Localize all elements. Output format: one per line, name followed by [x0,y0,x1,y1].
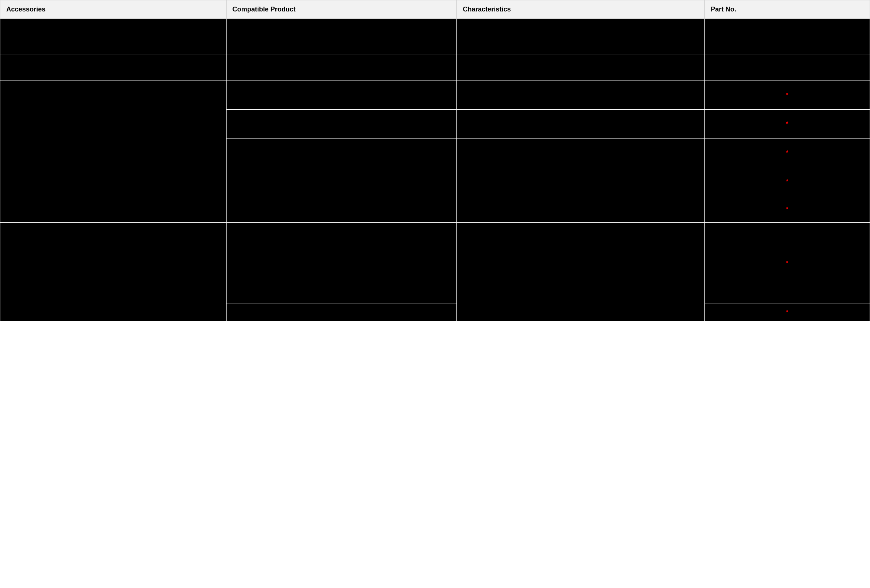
cell-characteristics [457,138,705,167]
header-compatible: Compatible Product [226,0,457,19]
cell-characteristics [457,55,705,81]
cell-compatible [226,81,457,110]
cell-accessories [0,19,226,55]
cell-compatible [226,110,457,138]
cell-characteristics [457,196,705,223]
cell-accessories [0,55,226,81]
cell-partno: * [705,81,870,110]
cell-partno: * [705,167,870,196]
cell-compatible [226,304,457,321]
cell-characteristics [457,81,705,110]
asterisk-icon: * [786,309,788,315]
cell-partno: * [705,304,870,321]
header-characteristics: Characteristics [457,0,705,19]
table-row [0,55,870,81]
cell-compatible [226,19,457,55]
cell-partno: * [705,196,870,223]
asterisk-icon: * [786,150,788,156]
asterisk-icon: * [786,121,788,127]
cell-characteristics [457,19,705,55]
header-row: Accessories Compatible Product Character… [0,0,870,19]
cell-characteristics [457,223,705,321]
table-row: * [0,196,870,223]
cell-compatible [226,138,457,196]
table-row: * [0,81,870,110]
cell-partno [705,55,870,81]
cell-accessories [0,196,226,223]
asterisk-icon: * [786,178,788,185]
table-body: * * * * * * [0,19,870,321]
cell-partno: * [705,110,870,138]
asterisk-icon: * [786,206,788,212]
table-row: * [0,223,870,304]
cell-accessories [0,81,226,196]
cell-characteristics [457,167,705,196]
cell-partno: * [705,223,870,304]
cell-partno [705,19,870,55]
header-partno: Part No. [705,0,870,19]
cell-compatible [226,196,457,223]
cell-compatible [226,223,457,304]
cell-partno: * [705,138,870,167]
accessories-table: Accessories Compatible Product Character… [0,0,870,321]
cell-accessories [0,223,226,321]
table-row [0,19,870,55]
table-header: Accessories Compatible Product Character… [0,0,870,19]
asterisk-icon: * [786,92,788,98]
header-accessories: Accessories [0,0,226,19]
asterisk-icon: * [786,260,788,266]
cell-characteristics [457,110,705,138]
cell-compatible [226,55,457,81]
